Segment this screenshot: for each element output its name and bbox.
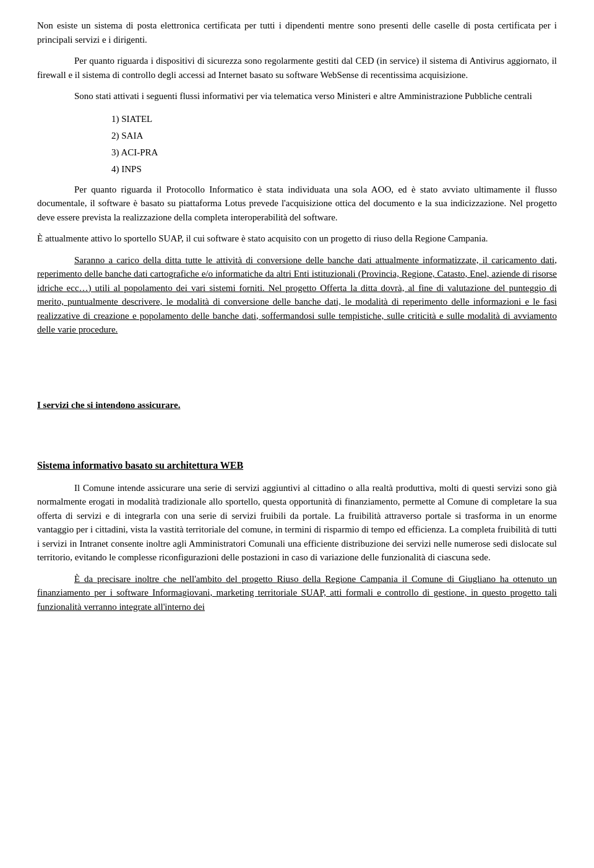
paragraph-2: Per quanto riguarda i dispositivi di sic… xyxy=(37,54,557,82)
paragraph-7: Il Comune intende assicurare una serie d… xyxy=(37,481,557,565)
spacer-1 xyxy=(37,344,557,369)
paragraph-3: Sono stati attivati i seguenti flussi in… xyxy=(37,89,557,103)
list-container: 1) SIATEL 2) SAIA 3) ACI-PRA 4) INPS xyxy=(111,111,557,178)
paragraph-8: È da precisare inoltre che nell'ambito d… xyxy=(37,572,557,614)
paragraph-4: Per quanto riguarda il Protocollo Inform… xyxy=(37,183,557,225)
paragraph-5: È attualmente attivo lo sportello SUAP, … xyxy=(37,232,557,246)
list-item-1: 1) SIATEL xyxy=(111,111,557,128)
page-content: Non esiste un sistema di posta elettroni… xyxy=(0,0,594,868)
paragraph-6: Saranno a carico della ditta tutte le at… xyxy=(37,253,557,337)
spacer-2 xyxy=(37,423,557,448)
list-item-3: 3) ACI-PRA xyxy=(111,144,557,161)
paragraph-1: Non esiste un sistema di posta elettroni… xyxy=(37,19,557,46)
list-item-2: 2) SAIA xyxy=(111,128,557,144)
list-item-4: 4) INPS xyxy=(111,161,557,178)
section-2-heading: Sistema informativo basato su architettu… xyxy=(37,460,557,471)
section-1-heading: I servizi che si intendono assicurare. xyxy=(37,400,557,410)
